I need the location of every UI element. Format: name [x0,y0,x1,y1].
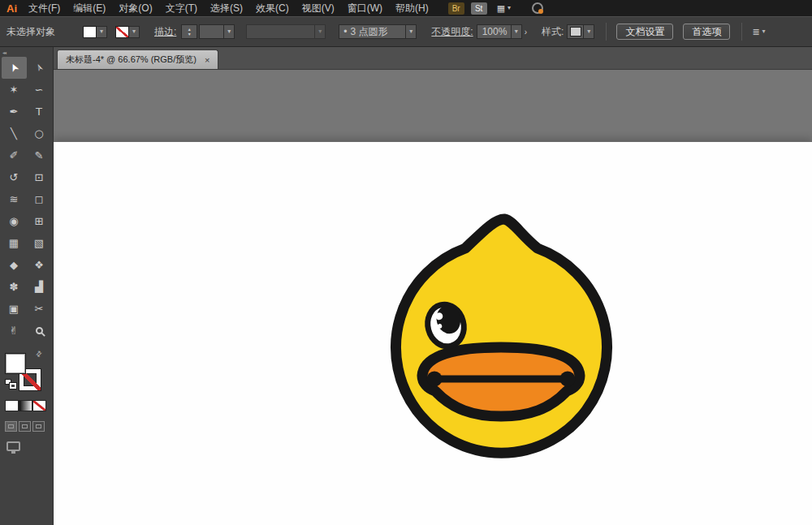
direct-selection-tool[interactable]: ➢ [27,57,52,79]
color-button[interactable] [5,400,19,411]
hand-tool[interactable]: ✌ [2,320,27,342]
dropdown-caret[interactable]: ▾ [511,25,521,38]
brush-definition-dropdown[interactable]: • 3 点圆形 ▾ [339,24,417,39]
align-options-control[interactable]: ≣ ▾ [752,27,765,37]
artboard[interactable] [54,142,812,525]
stroke-weight-stepper[interactable]: ▴ ▾ [181,24,197,39]
pasteboard[interactable] [54,70,812,525]
fill-color-dropdown[interactable]: ▾ [97,26,107,38]
none-button[interactable] [32,400,46,411]
rotate-tool-icon: ↺ [10,172,19,183]
chevron-down-icon: ▾ [515,28,518,35]
slice-tool[interactable]: ✂ [27,298,52,320]
artboard-tool[interactable]: ▣ [2,298,27,320]
chevron-down-icon: ▾ [227,28,231,35]
menu-object[interactable]: 对象(O) [119,2,152,15]
stock-badge-icon[interactable]: St [471,2,487,15]
blend-tool[interactable]: ❖ [27,254,52,276]
fill-color-swatch[interactable] [83,26,97,38]
opacity-label[interactable]: 不透明度: [431,25,473,39]
draw-inside-button[interactable] [32,421,45,432]
draw-behind-button[interactable] [19,421,31,432]
magic-wand-tool[interactable]: ✶ [2,79,27,101]
selection-tool-icon: ➤ [7,62,20,74]
width-tool[interactable]: ≋ [2,188,27,210]
graphic-style-dropdown[interactable]: ▾ [567,24,594,39]
screen-mode-button[interactable] [6,441,20,451]
selection-tool[interactable]: ➤ [2,57,27,79]
pen-tool[interactable]: ✒ [2,101,27,123]
column-graph-tool-icon: ▟ [35,282,43,292]
panel-collapse-icon[interactable]: ◂◂ [0,47,6,57]
menu-view[interactable]: 视图(V) [302,2,335,15]
stroke-color-dropdown[interactable]: ▾ [129,26,140,38]
stroke-color-swatch[interactable] [115,26,129,38]
pencil-tool[interactable]: ✎ [27,144,52,166]
stroke-weight-label[interactable]: 描边: [154,25,176,39]
opacity-dropdown[interactable]: 100% ▾ [477,24,522,39]
workspace-switcher-icon[interactable] [532,2,543,14]
type-tool[interactable]: T [27,101,52,123]
free-transform-tool[interactable]: ◻ [27,188,52,210]
dropdown-caret[interactable]: ▾ [583,25,594,38]
symbol-sprayer-tool[interactable]: ✽ [2,276,27,298]
document-tab[interactable]: 未标题-4* @ 66.67% (RGB/预览) × [57,49,218,69]
column-graph-tool[interactable]: ▟ [27,276,52,298]
scale-tool-icon: ⊡ [35,172,44,183]
document-title: 未标题-4* @ 66.67% (RGB/预览) [66,54,197,66]
duck-artwork[interactable] [54,142,812,525]
default-fill-stroke-icon[interactable] [5,379,16,389]
stepper-down-icon[interactable]: ▾ [188,32,191,37]
menu-select[interactable]: 选择(S) [210,2,243,15]
menu-help[interactable]: 帮助(H) [395,2,429,15]
scale-tool[interactable]: ⊡ [27,166,52,188]
lasso-tool[interactable]: ∽ [27,79,52,101]
pencil-tool-icon: ✎ [35,150,44,161]
menu-effect[interactable]: 效果(C) [256,2,289,15]
drawing-mode-buttons [5,421,45,432]
menu-edit[interactable]: 编辑(E) [73,2,106,15]
menubar: Ai 文件(F) 编辑(E) 对象(O) 文字(T) 选择(S) 效果(C) 视… [0,0,812,16]
duck-group[interactable] [396,219,607,453]
mesh-tool[interactable]: ▦ [2,232,27,254]
fill-color-control[interactable]: ▾ [83,26,107,38]
menu-window[interactable]: 窗口(W) [348,2,382,15]
stroke-color-control[interactable]: ▾ [115,26,140,38]
fill-swatch[interactable] [5,353,26,374]
control-bar: 未选择对象 ▾ ▾ 描边: ▴ ▾ ▾ ▾ • 3 点圆形 ▾ 不透明度: 10… [0,16,812,47]
paintbrush-tool-icon: ✐ [10,150,19,161]
arrange-documents-control[interactable]: ▦ ▾ [497,3,511,14]
dropdown-caret[interactable]: ▾ [223,25,234,38]
dropdown-caret[interactable]: ▾ [405,25,416,38]
dropdown-caret: ▾ [314,25,325,38]
perspective-grid-tool[interactable]: ⊞ [27,210,52,232]
document-setup-button[interactable]: 文档设置 [616,24,673,40]
eyedropper-tool[interactable]: ◆ [2,254,27,276]
gradient-tool[interactable]: ▧ [27,232,52,254]
zoom-tool[interactable] [27,320,52,342]
opacity-value: 100% [482,26,508,37]
shape-builder-tool-icon: ◉ [9,216,18,226]
ellipse-tool[interactable]: ○ [27,123,52,144]
close-icon[interactable]: × [205,55,209,65]
divider [606,23,607,41]
menu-type[interactable]: 文字(T) [166,2,197,15]
opacity-flyout-icon[interactable]: › [525,28,527,37]
gradient-button[interactable] [19,400,32,411]
preferences-button[interactable]: 首选项 [683,24,730,40]
perspective-grid-tool-icon: ⊞ [35,216,44,226]
menu-file[interactable]: 文件(F) [28,2,60,15]
line-segment-tool[interactable]: ╲ [2,123,27,144]
swap-fill-stroke-icon[interactable]: ⇄ [34,349,44,359]
type-tool-icon: T [36,106,42,117]
rotate-tool[interactable]: ↺ [2,166,27,188]
draw-normal-button[interactable] [5,421,17,432]
paintbrush-tool[interactable]: ✐ [2,144,27,166]
bridge-badge-icon[interactable]: Br [448,2,464,15]
shape-builder-tool[interactable]: ◉ [2,210,27,232]
style-label: 样式: [542,25,564,39]
stroke-weight-dropdown[interactable]: ▾ [199,24,235,39]
chevron-down-icon: ▾ [587,28,590,35]
magic-wand-tool-icon: ✶ [10,84,19,95]
document-tab-bar: 未标题-4* @ 66.67% (RGB/预览) × [54,47,812,70]
